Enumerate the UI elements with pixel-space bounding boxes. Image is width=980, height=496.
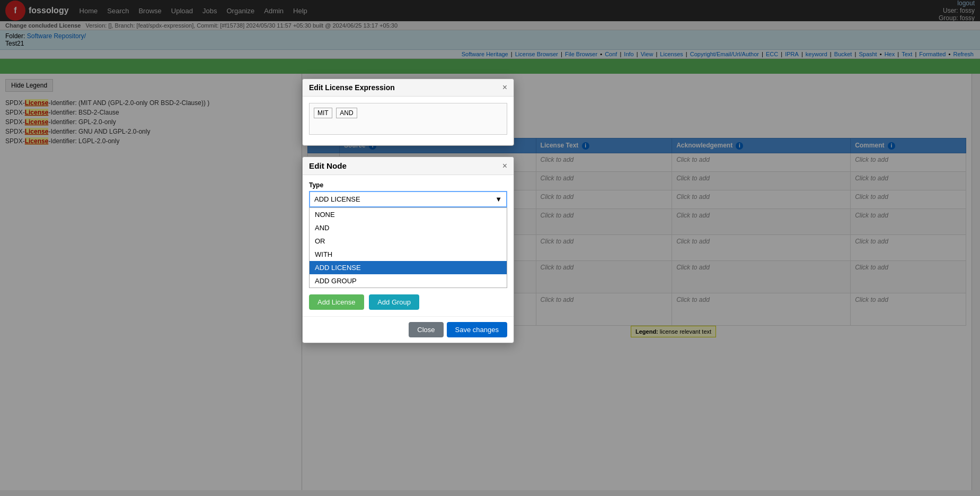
dropdown-trigger[interactable]: ADD LICENSE ▼: [309, 191, 507, 207]
action-buttons: Add License Add Group: [309, 294, 507, 310]
add-group-button[interactable]: Add Group: [369, 294, 419, 310]
expression-container: MIT AND: [309, 103, 507, 135]
modal-edit-node-header: Edit Node ×: [303, 157, 514, 175]
type-label: Type: [309, 181, 507, 189]
modal-license-expr-header: Edit License Expression ×: [303, 79, 514, 97]
modal-license-expr-title: Edit License Expression: [309, 83, 395, 92]
modal-license-expr-body: MIT AND: [303, 97, 514, 145]
dropdown-option-add-license[interactable]: ADD LICENSE: [310, 261, 507, 274]
dropdown-option-with[interactable]: WITH: [310, 248, 507, 261]
modal-edit-node: Edit Node × Type ADD LICENSE ADD LICENSE…: [302, 156, 514, 343]
dropdown-option-none[interactable]: NONE: [310, 208, 507, 221]
dropdown-selected-value: ADD LICENSE: [314, 195, 360, 203]
modal-edit-node-title: Edit Node: [309, 161, 347, 170]
dropdown-option-and[interactable]: AND: [310, 221, 507, 234]
dropdown-chevron-icon: ▼: [495, 195, 502, 203]
dropdown-option-or[interactable]: OR: [310, 234, 507, 248]
modal-license-expr-close[interactable]: ×: [502, 83, 507, 92]
expr-token-mit[interactable]: MIT: [314, 108, 332, 118]
dropdown-menu: NONE AND OR WITH ADD LICENSE ADD GROUP: [309, 207, 507, 288]
modal-edit-node-body: Type ADD LICENSE ADD LICENSE ▼ NONE AND …: [303, 175, 514, 316]
expr-token-and[interactable]: AND: [336, 108, 357, 118]
modal-edit-node-close[interactable]: ×: [502, 162, 507, 170]
modal-license-expression: Edit License Expression × MIT AND: [302, 79, 514, 146]
close-button[interactable]: Close: [409, 322, 443, 337]
save-changes-button[interactable]: Save changes: [447, 322, 507, 337]
dropdown-option-add-group[interactable]: ADD GROUP: [310, 274, 507, 288]
add-license-button[interactable]: Add License: [309, 294, 364, 310]
modal-edit-node-footer: Close Save changes: [303, 316, 514, 343]
type-select-wrapper: ADD LICENSE ADD LICENSE ▼ NONE AND OR WI…: [309, 191, 507, 288]
